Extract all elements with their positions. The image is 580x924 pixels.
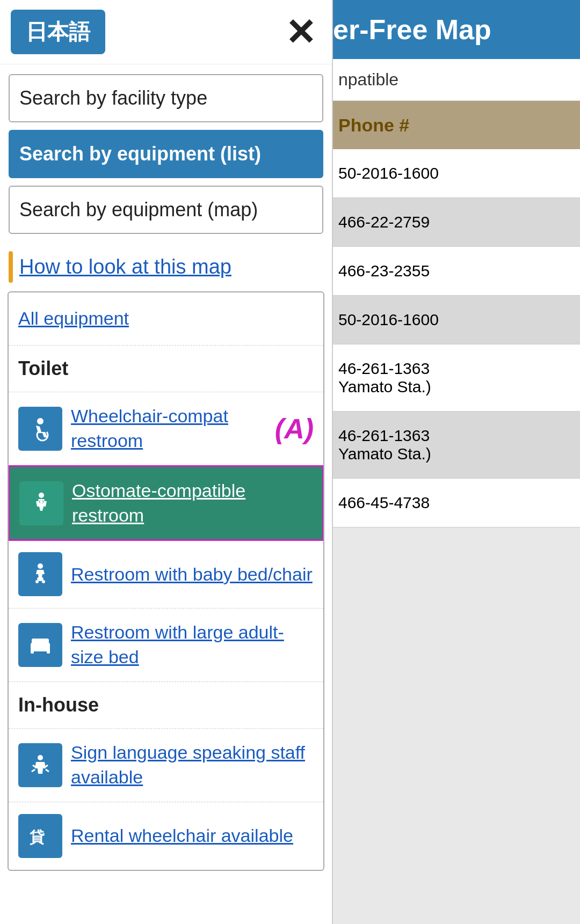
map-title: er-Free Map (333, 13, 491, 46)
table-row: 46-261-1363Yamato Sta.) (328, 412, 580, 479)
baby-bed-restroom-item[interactable]: Restroom with baby bed/chair (9, 540, 323, 608)
all-equipment-item[interactable]: All equipment (9, 292, 323, 346)
toilet-section-label: Toilet (18, 357, 68, 380)
equipment-list: All equipment Toilet Wheelchair-compat r… (8, 291, 324, 871)
rental-wheelchair-item[interactable]: 貸 Rental wheelchair available (9, 802, 323, 870)
svg-point-15 (38, 755, 43, 760)
search-equipment-list-button[interactable]: Search by equipment (list) (9, 130, 323, 178)
ostomate-icon (19, 481, 63, 525)
close-button[interactable]: ✕ (280, 14, 321, 50)
table-row: 466-45-4738 (328, 479, 580, 527)
phone-column-header: Phone # (328, 115, 580, 136)
search-facility-button[interactable]: Search by facility type (9, 74, 323, 122)
svg-rect-11 (31, 649, 34, 654)
table-area: npatible Phone # 50-2016-1600 466-22-275… (328, 59, 580, 527)
svg-rect-14 (32, 639, 49, 644)
wheelchair-restroom-item[interactable]: Wheelchair-compat restroom (A) (9, 392, 323, 466)
sign-language-item[interactable]: Sign language speaking staff available (9, 729, 323, 802)
rental-wheelchair-icon: 貸 (18, 814, 62, 858)
search-equipment-map-button[interactable]: Search by equipment (map) (9, 186, 323, 234)
language-button[interactable]: 日本語 (11, 10, 105, 54)
search-section: Search by facility type Search by equipm… (0, 64, 332, 246)
sign-language-link[interactable]: Sign language speaking staff available (71, 742, 305, 787)
table-row: 466-22-2759 (328, 198, 580, 247)
how-to-section: How to look at this map (0, 246, 332, 291)
svg-point-8 (42, 580, 45, 583)
table-row: 466-23-2355 (328, 247, 580, 296)
large-adult-bed-icon (18, 623, 62, 667)
svg-text:貸: 貸 (30, 829, 45, 846)
table-row: 50-2016-1600 (328, 149, 580, 198)
large-adult-bed-item[interactable]: Restroom with large adult-size bed (9, 608, 323, 682)
large-adult-bed-link[interactable]: Restroom with large adult-size bed (71, 622, 284, 667)
left-border-bar (9, 251, 13, 283)
svg-point-7 (35, 580, 39, 583)
ostomate-restroom-item[interactable]: Ostomate-compatible restroom (8, 465, 324, 541)
svg-point-5 (38, 563, 43, 569)
panel-header: 日本語 ✕ (0, 0, 332, 64)
wheelchair-icon (18, 407, 62, 451)
svg-point-0 (37, 418, 44, 424)
ostomate-restroom-link[interactable]: Ostomate-compatible restroom (72, 480, 245, 525)
table-row: 50-2016-1600 (328, 296, 580, 344)
svg-point-4 (40, 500, 43, 503)
table-subtitle: npatible (328, 59, 580, 101)
svg-rect-12 (47, 649, 50, 654)
all-equipment-link[interactable]: All equipment (18, 306, 129, 331)
side-panel: 日本語 ✕ Search by facility type Search by … (0, 0, 333, 924)
table-row: 46-261-1363Yamato Sta.) (328, 344, 580, 412)
rental-wheelchair-link[interactable]: Rental wheelchair available (71, 825, 293, 846)
how-to-link[interactable]: How to look at this map (19, 251, 231, 283)
baby-bed-restroom-link[interactable]: Restroom with baby bed/chair (71, 564, 313, 584)
badge-a: (A) (275, 413, 314, 445)
inhouse-section-label: In-house (18, 694, 99, 716)
baby-bed-icon (18, 552, 62, 596)
wheelchair-restroom-link[interactable]: Wheelchair-compat restroom (71, 406, 228, 451)
table-header-row: Phone # (328, 101, 580, 149)
svg-point-1 (39, 493, 44, 498)
toilet-section-header: Toilet (9, 346, 323, 392)
sign-language-icon (18, 743, 62, 787)
inhouse-section-header: In-house (9, 682, 323, 729)
